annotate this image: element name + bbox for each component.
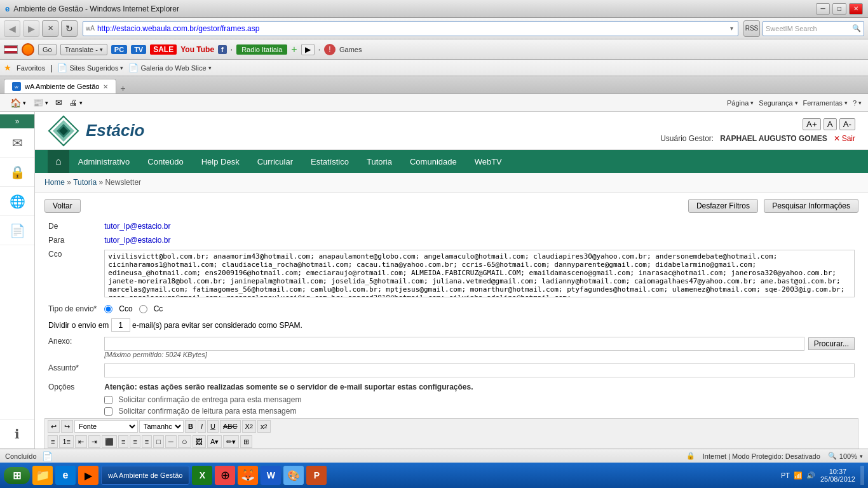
- nav-conteudo[interactable]: Conteúdo: [139, 150, 192, 173]
- emoji-button[interactable]: ☺: [178, 435, 191, 448]
- font-large-button[interactable]: A+: [803, 118, 821, 130]
- search-icon[interactable]: 🔍: [852, 24, 861, 32]
- search-bar[interactable]: SweetIM Search 🔍: [763, 21, 864, 36]
- active-tab[interactable]: w wA Ambiente de Gestão ✕: [4, 79, 116, 93]
- ajuda-button[interactable]: ? ▾: [853, 99, 862, 107]
- ferramentas-button[interactable]: Ferramentas ▾: [803, 99, 848, 107]
- radio-button[interactable]: Radio Itatiaia: [236, 44, 287, 55]
- strikethrough-button[interactable]: ABC: [220, 420, 241, 433]
- dividir-input[interactable]: [111, 318, 130, 332]
- highlight-button[interactable]: ✏▾: [223, 435, 239, 448]
- refresh-button[interactable]: ↻: [61, 20, 78, 37]
- color-button[interactable]: A▾: [207, 435, 222, 448]
- nav-home-button[interactable]: ⌂: [48, 150, 69, 173]
- sites-sugeridos-link[interactable]: 📄 Sites Sugeridos ▾: [57, 63, 123, 72]
- subscript-button[interactable]: X2: [242, 420, 256, 433]
- sidebar-item-globe[interactable]: 🌐: [0, 187, 34, 216]
- undo-button[interactable]: ↩: [48, 420, 60, 433]
- nav-helpdesk[interactable]: Help Desk: [193, 150, 248, 173]
- nav-webtv[interactable]: WebTV: [466, 150, 511, 173]
- stop-button[interactable]: ✕: [42, 20, 58, 37]
- indent-right-button[interactable]: ⇥: [88, 435, 100, 448]
- opcao1-checkbox[interactable]: [104, 396, 112, 404]
- maximize-button[interactable]: □: [832, 3, 846, 15]
- font-medium-button[interactable]: A: [824, 118, 837, 130]
- align-right-button[interactable]: ≡: [130, 435, 140, 448]
- cco-textarea[interactable]: [104, 250, 855, 297]
- breadcrumb-tutoria[interactable]: Tutoria: [73, 178, 97, 187]
- fonte-select[interactable]: Fonte: [74, 420, 138, 433]
- nav-comunidade[interactable]: Comunidade: [401, 150, 466, 173]
- sidebar-item-envelope[interactable]: ✉: [0, 128, 34, 158]
- voltar-button[interactable]: Voltar: [44, 199, 81, 213]
- tipo-cco-radio[interactable]: [104, 305, 112, 313]
- sale-badge[interactable]: SALE: [150, 44, 177, 55]
- tab-close[interactable]: ✕: [103, 83, 108, 90]
- sidebar-item-document[interactable]: 📄: [0, 216, 34, 245]
- close-button[interactable]: ✕: [849, 3, 863, 15]
- tipo-cc-radio[interactable]: [139, 305, 147, 313]
- address-bar[interactable]: wA http://estacio.webaula.com.br/gestor/…: [83, 21, 738, 36]
- redo-button[interactable]: ↪: [61, 420, 73, 433]
- table-button[interactable]: ⊞: [240, 435, 252, 448]
- tv-badge[interactable]: TV: [131, 45, 146, 54]
- word-app[interactable]: W: [261, 466, 281, 485]
- sair-button[interactable]: ✕ Sair: [834, 134, 855, 143]
- minimize-button[interactable]: ─: [816, 3, 830, 15]
- powerpoint-app[interactable]: P: [306, 466, 327, 485]
- chrome-app[interactable]: ⊕: [215, 466, 235, 485]
- align-center-button[interactable]: ≡: [118, 435, 128, 448]
- ul-button[interactable]: ≡: [48, 435, 58, 448]
- facebook-button[interactable]: f: [218, 45, 227, 54]
- ol-button[interactable]: 1≡: [59, 435, 74, 448]
- youtube-button[interactable]: You Tube: [180, 45, 214, 54]
- firefox-app[interactable]: 🦊: [238, 466, 258, 485]
- sidebar-item-lock[interactable]: 🔒: [0, 158, 34, 187]
- bold-button[interactable]: B: [185, 420, 196, 433]
- nav-curricular[interactable]: Curricular: [248, 150, 302, 173]
- desfazer-button[interactable]: Desfazer Filtros: [688, 199, 758, 213]
- nav-estatistico[interactable]: Estatístico: [302, 150, 358, 173]
- image-button[interactable]: 🖼: [193, 435, 206, 448]
- align-justify-button[interactable]: ≡: [142, 435, 152, 448]
- galeria-link[interactable]: 📄 Galeria do Web Slice ▾: [128, 63, 211, 72]
- back-button[interactable]: ◀: [4, 20, 20, 37]
- nav-administrativo[interactable]: Administrativo: [69, 150, 139, 173]
- superscript-button[interactable]: x2: [257, 420, 271, 433]
- translate-button[interactable]: Translate - ▾: [60, 44, 107, 55]
- plus-icon[interactable]: +: [291, 44, 297, 55]
- indent-left-button[interactable]: ⇤: [75, 435, 87, 448]
- forward-button[interactable]: ▶: [23, 20, 39, 37]
- anexo-input[interactable]: [104, 337, 804, 351]
- media-app[interactable]: ▶: [78, 466, 98, 485]
- pagina-button[interactable]: Página ▾: [727, 99, 754, 107]
- font-small-button[interactable]: A-: [839, 118, 855, 130]
- procurar-button[interactable]: Procurar...: [808, 337, 855, 350]
- excel-app[interactable]: X: [192, 466, 212, 485]
- explorer-app[interactable]: 📁: [32, 466, 53, 485]
- sidebar-toggle[interactable]: »: [0, 114, 34, 128]
- assunto-input[interactable]: [104, 363, 855, 377]
- opcao2-checkbox[interactable]: [104, 407, 112, 416]
- pc-badge[interactable]: PC: [111, 45, 127, 54]
- italic-button[interactable]: I: [198, 420, 206, 433]
- underline-button[interactable]: U: [207, 420, 219, 433]
- media-button[interactable]: ▶: [301, 44, 315, 55]
- go-button[interactable]: Go: [38, 44, 57, 55]
- seguranca-button[interactable]: Segurança ▾: [759, 99, 797, 107]
- pesquisar-button[interactable]: Pesquisar Informações: [764, 199, 858, 213]
- ie-app[interactable]: e: [55, 466, 76, 485]
- sidebar-item-info[interactable]: ℹ: [0, 419, 34, 449]
- new-tab-button[interactable]: +: [120, 83, 125, 93]
- start-button[interactable]: ⊞: [4, 467, 30, 484]
- nav-tutoria[interactable]: Tutoria: [358, 150, 401, 173]
- rss-button[interactable]: RSS: [743, 20, 760, 37]
- orb-button[interactable]: [22, 43, 34, 56]
- tamanho-select[interactable]: Tamanho: [139, 420, 184, 433]
- align-left-button[interactable]: ⬛: [102, 435, 117, 448]
- breadcrumb-home[interactable]: Home: [44, 178, 65, 187]
- active-taskbar-item[interactable]: wA Ambiente de Gestão: [101, 466, 189, 485]
- hr-button[interactable]: ─: [165, 435, 177, 448]
- paint-app[interactable]: 🎨: [283, 466, 304, 485]
- games-button[interactable]: Games: [339, 46, 362, 53]
